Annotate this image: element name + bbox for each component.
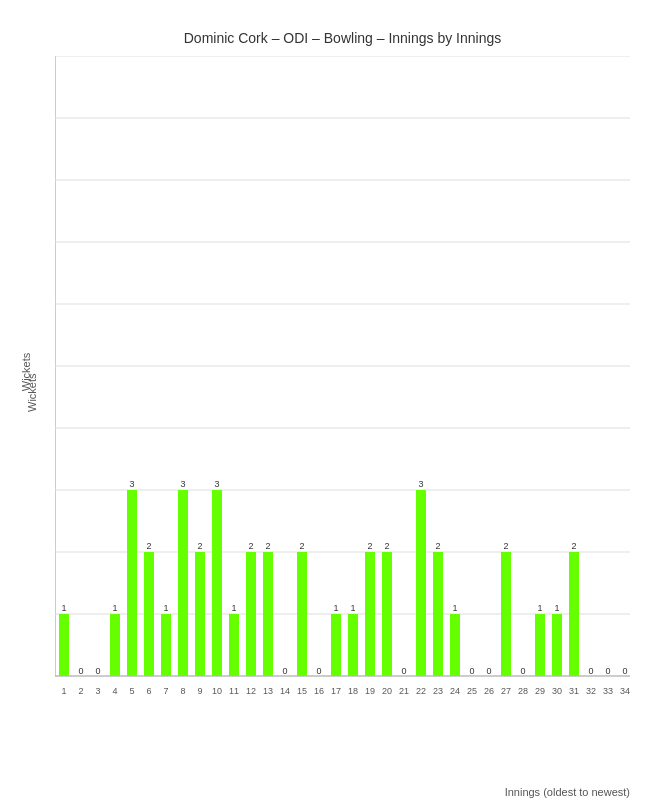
svg-text:1: 1 (333, 603, 338, 613)
svg-text:2: 2 (384, 541, 389, 551)
chart-title: Dominic Cork – ODI – Bowling – Innings b… (55, 30, 630, 46)
bar-27 (501, 552, 511, 676)
svg-text:0: 0 (282, 666, 287, 676)
chart-container: Dominic Cork – ODI – Bowling – Innings b… (0, 0, 650, 800)
svg-text:18: 18 (348, 686, 358, 696)
svg-text:23: 23 (433, 686, 443, 696)
svg-text:2: 2 (435, 541, 440, 551)
svg-text:3: 3 (95, 686, 100, 696)
svg-text:3: 3 (214, 479, 219, 489)
svg-text:1: 1 (61, 603, 66, 613)
svg-text:14: 14 (280, 686, 290, 696)
svg-text:34: 34 (620, 686, 630, 696)
svg-text:2: 2 (571, 541, 576, 551)
bar-1 (59, 614, 69, 676)
svg-text:0: 0 (95, 666, 100, 676)
svg-text:2: 2 (299, 541, 304, 551)
svg-text:19: 19 (365, 686, 375, 696)
bar-30 (552, 614, 562, 676)
svg-text:32: 32 (586, 686, 596, 696)
svg-text:30: 30 (552, 686, 562, 696)
svg-text:17: 17 (331, 686, 341, 696)
bar-11 (229, 614, 239, 676)
bar-31 (569, 552, 579, 676)
svg-text:26: 26 (484, 686, 494, 696)
svg-text:0: 0 (486, 666, 491, 676)
svg-text:11: 11 (229, 686, 239, 696)
svg-text:4: 4 (112, 686, 117, 696)
svg-text:21: 21 (399, 686, 409, 696)
svg-text:0: 0 (316, 666, 321, 676)
svg-text:5: 5 (129, 686, 134, 696)
svg-text:3: 3 (129, 479, 134, 489)
svg-text:0: 0 (401, 666, 406, 676)
bar-24 (450, 614, 460, 676)
svg-text:2: 2 (197, 541, 202, 551)
bar-4 (110, 614, 120, 676)
svg-text:2: 2 (265, 541, 270, 551)
bar-6 (144, 552, 154, 676)
svg-text:2: 2 (248, 541, 253, 551)
bar-8 (178, 490, 188, 676)
bar-20 (382, 552, 392, 676)
svg-text:27: 27 (501, 686, 511, 696)
svg-text:3: 3 (180, 479, 185, 489)
svg-text:1: 1 (452, 603, 457, 613)
bar-22 (416, 490, 426, 676)
svg-text:9: 9 (197, 686, 202, 696)
bar-12 (246, 552, 256, 676)
svg-text:1: 1 (554, 603, 559, 613)
svg-text:22: 22 (416, 686, 426, 696)
bar-19 (365, 552, 375, 676)
svg-text:12: 12 (246, 686, 256, 696)
svg-text:0: 0 (622, 666, 627, 676)
svg-text:7: 7 (163, 686, 168, 696)
bar-5 (127, 490, 137, 676)
svg-text:1: 1 (350, 603, 355, 613)
svg-text:10: 10 (212, 686, 222, 696)
svg-text:1: 1 (231, 603, 236, 613)
svg-text:1: 1 (61, 686, 66, 696)
svg-text:25: 25 (467, 686, 477, 696)
svg-text:24: 24 (450, 686, 460, 696)
svg-text:8: 8 (180, 686, 185, 696)
svg-text:0: 0 (588, 666, 593, 676)
svg-text:13: 13 (263, 686, 273, 696)
svg-text:16: 16 (314, 686, 324, 696)
bar-13 (263, 552, 273, 676)
svg-text:0: 0 (605, 666, 610, 676)
svg-text:1: 1 (163, 603, 168, 613)
bar-10 (212, 490, 222, 676)
chart-svg: 0 1 2 3 4 5 6 7 8 9 10 1 1 0 2 (55, 56, 630, 706)
bar-29 (535, 614, 545, 676)
svg-text:0: 0 (78, 666, 83, 676)
svg-text:2: 2 (367, 541, 372, 551)
svg-text:31: 31 (569, 686, 579, 696)
svg-text:28: 28 (518, 686, 528, 696)
bar-7 (161, 614, 171, 676)
svg-text:15: 15 (297, 686, 307, 696)
svg-text:29: 29 (535, 686, 545, 696)
bar-17 (331, 614, 341, 676)
svg-text:0: 0 (469, 666, 474, 676)
bar-15 (297, 552, 307, 676)
y-axis-label-text: Wickets (20, 353, 32, 392)
svg-text:6: 6 (146, 686, 151, 696)
svg-text:33: 33 (603, 686, 613, 696)
svg-text:2: 2 (503, 541, 508, 551)
svg-text:20: 20 (382, 686, 392, 696)
x-axis-label: Innings (oldest to newest) (505, 786, 630, 798)
svg-text:2: 2 (146, 541, 151, 551)
bar-23 (433, 552, 443, 676)
bar-18 (348, 614, 358, 676)
bar-9 (195, 552, 205, 676)
svg-text:2: 2 (78, 686, 83, 696)
svg-text:1: 1 (537, 603, 542, 613)
svg-text:1: 1 (112, 603, 117, 613)
svg-text:3: 3 (418, 479, 423, 489)
svg-text:0: 0 (520, 666, 525, 676)
